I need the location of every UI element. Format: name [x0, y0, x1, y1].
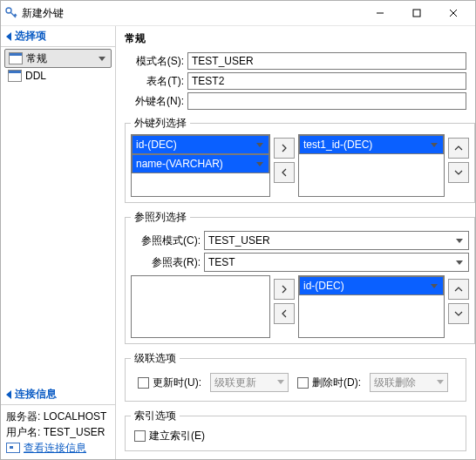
fkname-label: 外键名(N):: [125, 94, 187, 109]
index-group: 索引选项 建立索引(E): [125, 409, 466, 451]
connection-header-label: 连接信息: [15, 387, 57, 402]
svg-rect-1: [413, 10, 420, 17]
server-value: LOCALHOST: [44, 410, 107, 423]
list-item[interactable]: test1_id-(DEC): [299, 135, 444, 154]
reftable-select[interactable]: TEST: [204, 253, 469, 272]
refschema-value: TEST_USER: [208, 234, 270, 247]
tree-item-ddl[interactable]: DDL: [4, 68, 112, 84]
tree-item-label: 常规: [26, 51, 47, 66]
fkname-input[interactable]: [187, 92, 466, 110]
remove-refcolumn-button[interactable]: [274, 303, 295, 324]
tree-item-label: DDL: [25, 70, 46, 82]
ref-move-up-button[interactable]: [448, 279, 469, 300]
remove-column-button[interactable]: [274, 162, 295, 183]
refschema-label: 参照模式(C):: [131, 233, 204, 248]
basic-form: 模式名(S): 表名(T): 外键名(N):: [116, 50, 475, 112]
user-label: 用户名:: [6, 426, 40, 438]
ondelete-select[interactable]: 级联删除: [370, 373, 448, 392]
connection-header[interactable]: 连接信息: [1, 384, 115, 405]
form-icon: [9, 52, 23, 64]
checkbox-icon: [138, 377, 149, 389]
table-label: 表名(T):: [125, 74, 187, 89]
ondelete-value: 级联删除: [374, 375, 416, 390]
options-tree: 常规 DDL: [1, 47, 115, 85]
ref-available-list[interactable]: [131, 275, 270, 338]
page-title: 常规: [116, 26, 475, 50]
tree-item-general[interactable]: 常规: [4, 49, 112, 68]
server-row: 服务器: LOCALHOST: [6, 409, 110, 424]
reftable-label: 参照表(R):: [131, 255, 204, 270]
window-title: 新建外键: [22, 6, 362, 21]
reftable-value: TEST: [208, 256, 235, 268]
list-item[interactable]: id-(DEC): [132, 135, 269, 154]
schema-input[interactable]: [187, 52, 466, 70]
left-panel: 选择项 常规 DDL 连接信息 服务器: LOCALHOST 用户名: TEST: [1, 26, 116, 459]
minimize-button[interactable]: [362, 1, 398, 25]
refschema-select[interactable]: TEST_USER: [204, 231, 469, 250]
ref-columns-group: 参照列选择 参照模式(C): TEST_USER 参照表(R): TEST: [125, 210, 475, 344]
form-icon: [8, 70, 22, 82]
cascade-group: 级联选项 更新时(U): 级联更新 删除时(D): 级联删除: [125, 351, 466, 402]
server-label: 服务器:: [6, 410, 40, 423]
options-header[interactable]: 选择项: [1, 26, 115, 47]
maximize-button[interactable]: [398, 1, 435, 25]
collapse-icon: [6, 32, 11, 41]
fk-columns-group: 外键列选择 id-(DEC) name-(VARCHAR) test1_id-(…: [125, 116, 475, 203]
connection-info: 服务器: LOCALHOST 用户名: TEST_USER 查看连接信息: [1, 405, 115, 459]
list-item[interactable]: name-(VARCHAR): [132, 154, 269, 173]
checkbox-icon: [297, 377, 309, 389]
ondelete-checkbox[interactable]: 删除时(D):: [297, 375, 361, 390]
ref-selected-list[interactable]: id-(DEC): [298, 275, 445, 338]
network-icon: [6, 443, 20, 453]
view-connection-link[interactable]: 查看连接信息: [6, 440, 110, 456]
move-down-button[interactable]: [448, 162, 469, 183]
view-connection-label: 查看连接信息: [24, 440, 86, 456]
index-label: 索引选项: [131, 409, 180, 423]
fk-selected-list[interactable]: test1_id-(DEC): [298, 134, 445, 197]
checkbox-icon: [134, 430, 146, 442]
onupdate-checkbox[interactable]: 更新时(U):: [138, 375, 201, 390]
dialog-window: 新建外键 选择项 常规 DDL: [0, 0, 476, 460]
create-index-label: 建立索引(E): [149, 429, 205, 443]
add-refcolumn-button[interactable]: [274, 279, 295, 300]
add-column-button[interactable]: [274, 138, 295, 159]
user-row: 用户名: TEST_USER: [6, 424, 110, 440]
onupdate-select[interactable]: 级联更新: [210, 373, 289, 392]
user-value: TEST_USER: [44, 426, 105, 438]
ondelete-label: 删除时(D):: [312, 375, 361, 390]
create-index-checkbox[interactable]: 建立索引(E): [131, 427, 460, 445]
onupdate-label: 更新时(U):: [153, 375, 201, 390]
ref-move-down-button[interactable]: [448, 303, 469, 324]
fk-columns-label: 外键列选择: [131, 116, 190, 131]
table-input[interactable]: [187, 72, 466, 90]
close-button[interactable]: [435, 1, 472, 25]
fk-available-list[interactable]: id-(DEC) name-(VARCHAR): [131, 134, 270, 197]
onupdate-value: 级联更新: [214, 375, 256, 390]
main-panel: 常规 模式名(S): 表名(T): 外键名(N): 外键列选择: [116, 26, 475, 459]
schema-label: 模式名(S):: [125, 54, 187, 69]
cascade-label: 级联选项: [131, 351, 180, 366]
ref-columns-label: 参照列选择: [131, 210, 190, 225]
key-icon: [4, 6, 18, 20]
move-up-button[interactable]: [448, 138, 469, 159]
collapse-icon: [6, 390, 11, 399]
list-item[interactable]: id-(DEC): [299, 276, 444, 295]
titlebar: 新建外键: [1, 1, 475, 26]
options-header-label: 选择项: [15, 29, 46, 44]
